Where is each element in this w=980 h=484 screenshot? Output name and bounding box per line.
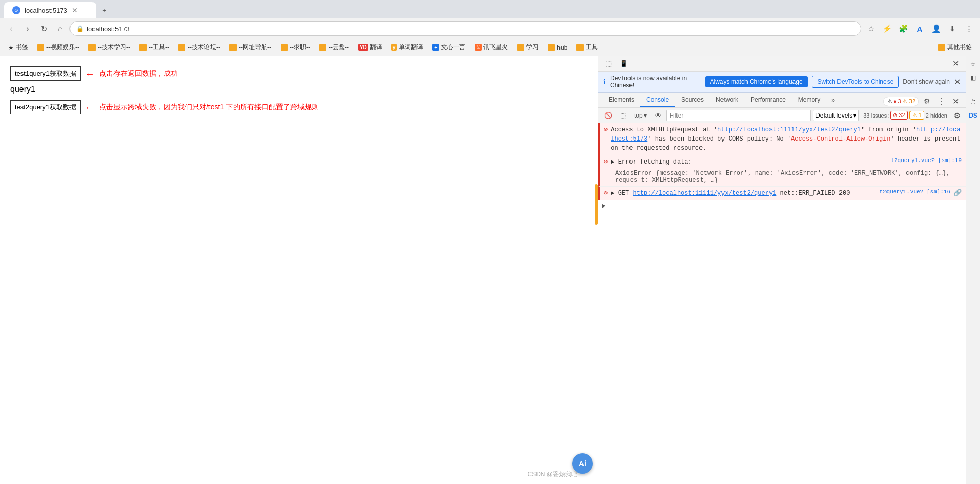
menu-button[interactable]: ⋮: [962, 21, 976, 36]
folder-icon: [281, 44, 288, 51]
get-url-link[interactable]: http://localhost:11111/yyx/test2/query1: [633, 190, 776, 197]
dont-show-again-text[interactable]: Don't show again: [903, 78, 950, 85]
warn-count-tab: ⚠ 32: [902, 98, 915, 105]
notification-text: DevTools is now available in Chinese!: [610, 75, 701, 89]
annotation1-text: 点击存在返回数据，成功: [99, 69, 178, 78]
lock-icon: 🔒: [76, 25, 84, 32]
bookmark-item-xunfei[interactable]: 𝕏 讯飞星火: [471, 41, 512, 54]
yd-icon: YD: [358, 44, 368, 51]
settings-gear-button[interactable]: ⚙: [921, 95, 933, 107]
bookmark-label: 书签: [16, 43, 28, 52]
always-match-language-button[interactable]: Always match Chrome's language: [705, 76, 808, 87]
bookmark-label: 单词翻译: [399, 43, 423, 52]
y-icon: y: [391, 44, 398, 51]
lightning-button[interactable]: ⚡: [880, 21, 894, 36]
bookmark-label: --视频娱乐--: [46, 43, 79, 52]
device-toolbar-button[interactable]: 📱: [618, 58, 630, 70]
chevron-down-icon-levels: ▾: [853, 112, 856, 119]
tab-memory[interactable]: Memory: [792, 93, 826, 107]
tab-sources[interactable]: Sources: [675, 93, 710, 107]
home-button[interactable]: ⌂: [53, 21, 67, 36]
bookmark-item-tools[interactable]: --工具--: [135, 41, 173, 54]
bookmark-item-star[interactable]: ★ 书签: [4, 41, 32, 54]
console-message-fetch-error: ⊘ ▶ Error fetching data: t2query1.vue? […: [598, 155, 966, 187]
side-panel-btn2[interactable]: DS: [967, 109, 979, 122]
wenxin-icon: ✦: [432, 44, 439, 51]
bookmark-item-wenxin[interactable]: ✦ 文心一言: [428, 41, 470, 54]
tab-elements[interactable]: Elements: [602, 93, 640, 107]
test2-query1-button[interactable]: test2query1获取数据: [10, 100, 81, 114]
tabs-more-button[interactable]: »: [828, 93, 838, 107]
tab-console[interactable]: Console: [640, 93, 675, 107]
bookmark-item-study[interactable]: 学习: [513, 41, 543, 54]
folder-icon: [229, 44, 237, 51]
bookmark-label: 工具: [586, 43, 598, 52]
source-link-1[interactable]: t2query1.vue? [sm]:19: [891, 157, 962, 167]
bookmark-item-hub[interactable]: hub: [544, 41, 571, 54]
side-panel-btn1[interactable]: ⏱: [967, 96, 979, 108]
top-context-selector[interactable]: top ▾: [631, 110, 650, 121]
eye-icon-button[interactable]: 👁: [652, 110, 664, 121]
back-button[interactable]: ‹: [4, 21, 18, 36]
bookmark-label: --网址导航--: [239, 43, 271, 52]
download-button[interactable]: ⬇: [945, 21, 960, 36]
bookmark-item-job[interactable]: --求职--: [276, 41, 314, 54]
page-scrollbar[interactable]: [595, 184, 598, 225]
error-row: ⊘ ▶ Error fetching data: t2query1.vue? […: [604, 157, 962, 167]
csdn-watermark: CSDN @妥烦我吧: [527, 470, 577, 479]
inspect-element-button[interactable]: ⬚: [602, 58, 615, 70]
link-icon[interactable]: 🔗: [953, 189, 962, 198]
reload-button[interactable]: ↻: [37, 21, 51, 36]
more-options-button[interactable]: ⋮: [935, 95, 947, 107]
profile-button[interactable]: 👤: [929, 21, 943, 36]
tab-network[interactable]: Network: [710, 93, 744, 107]
error-detail: AxiosError {message: 'Network Error', na…: [604, 170, 962, 184]
forward-button[interactable]: ›: [20, 21, 35, 36]
block-icon-button[interactable]: 🚫: [601, 110, 615, 121]
chevron-down-icon: ▾: [644, 112, 647, 119]
extensions-button[interactable]: 🧩: [896, 21, 911, 36]
bookmark-item-tech[interactable]: --技术学习--: [84, 41, 134, 54]
main-area: test1query1获取数据 ← 点击存在返回数据，成功 query1 tes…: [0, 56, 980, 484]
bookmark-item-forum[interactable]: --技术论坛--: [174, 41, 224, 54]
switch-devtools-button[interactable]: Switch DevTools to Chinese: [812, 76, 899, 88]
bookmark-label: 其他书签: [947, 43, 972, 52]
test1-query1-button[interactable]: test1query1获取数据: [10, 66, 81, 81]
folder-icon: [88, 44, 96, 51]
page-content: test1query1获取数据 ← 点击存在返回数据，成功 query1 tes…: [0, 56, 598, 484]
bookmark-item-nav[interactable]: --网址导航--: [225, 41, 275, 54]
console-settings-button[interactable]: ⚙: [951, 110, 963, 121]
ai-icon: Ai: [579, 459, 586, 468]
new-tab-button[interactable]: +: [96, 2, 112, 18]
bookmark-item-word-translate[interactable]: y 单词翻译: [387, 41, 428, 54]
devtools-close-button[interactable]: ✕: [949, 58, 962, 70]
bookmark-item-cloud[interactable]: --云盘--: [315, 41, 353, 54]
tab-performance[interactable]: Performance: [744, 93, 792, 107]
button1-row: test1query1获取数据 ← 点击存在返回数据，成功: [10, 66, 588, 81]
address-bar[interactable]: 🔒 localhost:5173: [69, 21, 861, 36]
console-message-cors: ⊘ Access to XMLHttpRequest at 'http://lo…: [598, 123, 966, 155]
folder-icon: [139, 44, 147, 51]
console-inspect-button[interactable]: ⬚: [617, 110, 629, 121]
bookmark-item-translate-yd[interactable]: YD 翻译: [354, 41, 386, 54]
top-label: top: [634, 112, 643, 119]
default-levels-selector[interactable]: Default levels ▾: [813, 110, 859, 121]
cors-url-link[interactable]: http://localhost:11111/yyx/test2/query1: [717, 126, 861, 133]
devtools-panel-close-button[interactable]: ✕: [949, 95, 962, 107]
active-tab[interactable]: ⊙ localhost:5173 ✕: [4, 2, 96, 18]
console-caret-prompt[interactable]: ▶: [598, 200, 966, 211]
bookmark-label: 文心一言: [441, 43, 465, 52]
sidebar-toggle-button[interactable]: ◧: [967, 72, 979, 84]
bookmark-star-button[interactable]: ☆: [864, 21, 878, 36]
reader-mode-button[interactable]: ☆: [967, 58, 979, 71]
notification-close-button[interactable]: ✕: [954, 77, 961, 87]
console-filter-input[interactable]: [666, 110, 811, 121]
tab-close-button[interactable]: ✕: [72, 6, 78, 14]
source-link-2[interactable]: t2query1.vue? [sm]:16: [879, 189, 950, 198]
bookmark-item-toolbox[interactable]: 工具: [572, 41, 602, 54]
folder-icon: [178, 44, 185, 51]
translate-button[interactable]: A: [913, 21, 927, 36]
bookmark-item-others[interactable]: 其他书签: [934, 41, 976, 54]
bookmark-item-video[interactable]: --视频娱乐--: [33, 41, 83, 54]
error-icon: ⊘: [604, 126, 608, 153]
